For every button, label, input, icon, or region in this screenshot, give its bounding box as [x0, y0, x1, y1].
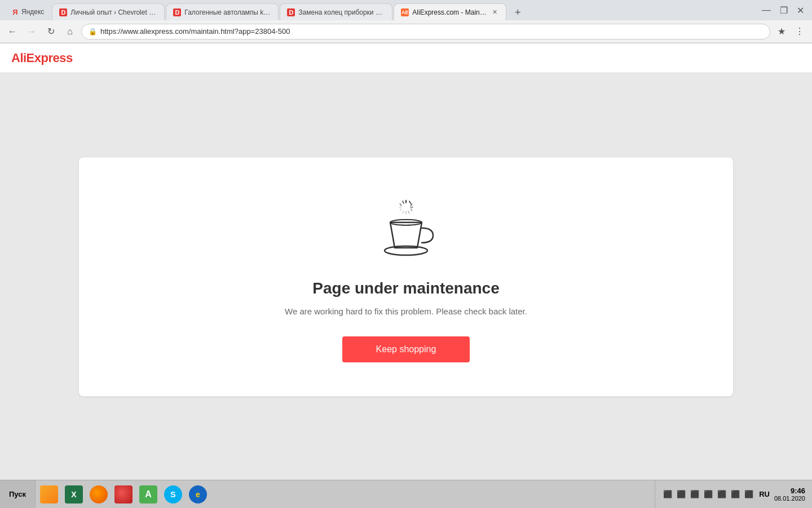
- keep-shopping-button[interactable]: Keep shopping: [342, 336, 470, 362]
- taskbar-app-ie[interactable]: e: [187, 483, 209, 506]
- tab-yandex[interactable]: Я Яндекс: [5, 3, 51, 20]
- taskbar-apps: X A S e: [36, 483, 655, 506]
- tab2-favicon-icon: D: [59, 8, 67, 16]
- svg-line-10: [400, 204, 401, 205]
- maintenance-subtitle: We are working hard to fix this problem.…: [285, 306, 527, 316]
- page-content: AliExpress: [0, 43, 812, 480]
- tray-icon-3: ⬛: [689, 489, 700, 500]
- red-app-icon: [114, 485, 133, 503]
- taskbar-date: 08.01.2020: [774, 495, 805, 502]
- tray-icon-5: ⬛: [716, 489, 727, 500]
- bookmark-button[interactable]: ★: [774, 24, 789, 40]
- taskbar-app-skype[interactable]: S: [162, 483, 184, 506]
- tab-zamena-label: Замена колец приборки — Ch...: [298, 8, 385, 16]
- title-bar: Я Яндекс D Личный опыт › Chevrolet Cruze…: [0, 0, 812, 20]
- tab-yandex-label: Яндекс: [21, 8, 44, 16]
- maximize-button[interactable]: ❐: [776, 5, 791, 16]
- minimize-button[interactable]: —: [758, 5, 774, 15]
- tray-icon-2: ⬛: [676, 489, 687, 500]
- tab-personal-label: Личный опыт › Chevrolet Cruze...: [70, 8, 157, 16]
- tab-halogen[interactable]: D Галогенные автолампы koito w...: [166, 3, 279, 20]
- site-logo[interactable]: AliExpress: [11, 51, 73, 65]
- taskbar-app-green[interactable]: A: [137, 483, 160, 506]
- excel-icon: X: [65, 485, 83, 503]
- taskbar: Пуск X A S e ⬛ ⬛ ⬛ ⬛ ⬛ ⬛ ⬛: [0, 480, 812, 508]
- skype-icon: S: [164, 485, 182, 503]
- close-button[interactable]: ✕: [793, 5, 807, 16]
- tray-icon-1: ⬛: [662, 489, 673, 500]
- taskbar-app-red[interactable]: [112, 483, 135, 506]
- svg-line-11: [403, 201, 404, 203]
- tab-aliexpress[interactable]: AE AliExpress.com - Maintaining ✕: [394, 3, 506, 20]
- folder-icon: [40, 485, 58, 503]
- taskbar-app-orange[interactable]: [87, 483, 110, 506]
- new-tab-button[interactable]: +: [510, 5, 526, 20]
- site-header: AliExpress: [0, 43, 812, 73]
- language-indicator: RU: [759, 490, 770, 498]
- tray-icon-6: ⬛: [730, 489, 741, 500]
- tab-personal[interactable]: D Личный опыт › Chevrolet Cruze...: [52, 3, 165, 20]
- tabs-area: Я Яндекс D Личный опыт › Chevrolet Cruze…: [5, 0, 754, 20]
- taskbar-datetime: 9:46 08.01.2020: [774, 487, 805, 502]
- orange-app-icon: [90, 485, 108, 503]
- taskbar-right: ⬛ ⬛ ⬛ ⬛ ⬛ ⬛ ⬛ RU 9:46 08.01.2020: [655, 480, 812, 509]
- browser-chrome: Я Яндекс D Личный опыт › Chevrolet Cruze…: [0, 0, 812, 43]
- forward-button[interactable]: →: [24, 24, 39, 40]
- tab-aliexpress-label: AliExpress.com - Maintaining: [412, 8, 487, 16]
- tab-zamena[interactable]: D Замена колец приборки — Ch...: [280, 3, 392, 20]
- lock-icon: 🔒: [89, 28, 97, 36]
- toolbar-right: ★ ⋮: [774, 24, 807, 40]
- tab4-favicon-icon: D: [287, 8, 295, 16]
- svg-line-1: [409, 201, 411, 203]
- start-button[interactable]: Пуск: [0, 480, 36, 509]
- yandex-favicon-icon: Я: [11, 8, 19, 16]
- svg-line-4: [411, 208, 412, 210]
- taskbar-time: 9:46: [774, 487, 805, 495]
- tray-icons: ⬛ ⬛ ⬛ ⬛ ⬛ ⬛ ⬛: [662, 489, 754, 500]
- url-bar[interactable]: 🔒 https://www.aliexpress.com/maintain.ht…: [81, 24, 770, 40]
- reload-button[interactable]: ↻: [43, 24, 59, 40]
- address-bar: ← → ↻ ⌂ 🔒 https://www.aliexpress.com/mai…: [0, 20, 812, 43]
- maintenance-title: Page under maintenance: [312, 279, 499, 297]
- taskbar-app-excel[interactable]: X: [63, 483, 85, 506]
- tray-icon-4: ⬛: [703, 489, 714, 500]
- url-text: https://www.aliexpress.com/maintain.html…: [100, 27, 290, 36]
- tab-close-icon[interactable]: ✕: [490, 8, 499, 17]
- maintenance-illustration: [367, 191, 445, 261]
- svg-line-7: [403, 211, 404, 213]
- svg-line-2: [411, 204, 412, 205]
- home-button[interactable]: ⌂: [62, 24, 78, 40]
- back-button[interactable]: ←: [5, 24, 20, 40]
- maintenance-card: Page under maintenance We are working ha…: [79, 157, 733, 396]
- ie-icon: e: [189, 485, 207, 503]
- green-app-icon: A: [139, 485, 157, 503]
- svg-line-8: [400, 208, 401, 210]
- main-area: Page under maintenance We are working ha…: [0, 73, 812, 480]
- tab5-favicon-icon: AE: [401, 8, 409, 16]
- tab-halogen-label: Галогенные автолампы koito w...: [184, 8, 271, 16]
- menu-button[interactable]: ⋮: [792, 24, 807, 40]
- tray-icon-7: ⬛: [743, 489, 754, 500]
- window-controls: — ❐ ✕: [758, 5, 807, 16]
- svg-line-5: [408, 211, 409, 213]
- taskbar-app-folder[interactable]: [38, 483, 60, 506]
- tab3-favicon-icon: D: [173, 8, 181, 16]
